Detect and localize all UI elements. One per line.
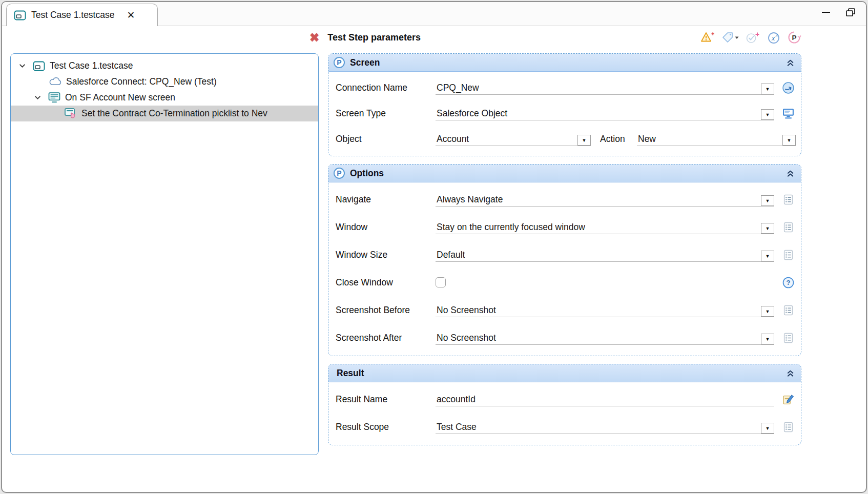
help-icon[interactable]: ?: [780, 277, 796, 289]
screen-icon: [48, 92, 61, 103]
dropdown-arrow-icon[interactable]: ▼: [761, 84, 774, 94]
collapse-section-icon[interactable]: [786, 169, 795, 178]
section-title: Screen: [350, 57, 380, 68]
svg-text:x: x: [771, 34, 775, 42]
monitor-icon[interactable]: [780, 108, 796, 119]
connection-icon[interactable]: [780, 81, 796, 94]
window-combo[interactable]: Stay on the currently focused window ▼: [436, 220, 774, 234]
variable-icon[interactable]: x3: [767, 31, 781, 44]
tree-item-testcase[interactable]: Test Case 1.testcase: [11, 58, 318, 74]
field-connection-name: Connection Name CPQ_New ▼: [328, 75, 801, 100]
field-window: Window Stay on the currently focused win…: [328, 213, 801, 241]
tree-item-salesforce-connect[interactable]: Salesforce Connect: CPQ_New (Test): [11, 74, 318, 90]
action-combo[interactable]: New ▼: [637, 132, 796, 146]
field-label: Window Size: [336, 250, 436, 260]
test-steps-tree: Test Case 1.testcase Salesforce Connect:…: [10, 53, 319, 455]
collapse-section-icon[interactable]: [786, 369, 795, 378]
tree-item-screen[interactable]: On SF Account New screen: [11, 90, 318, 106]
tag-dropdown-caret-icon: [735, 37, 739, 39]
field-label: Close Window: [336, 277, 436, 288]
params-title: Test Step parameters: [327, 32, 421, 43]
app-window: Test Case 1.testcase ✕ ✖ Test Step param…: [1, 1, 867, 493]
window-controls: [821, 8, 856, 17]
provar-p-icon[interactable]: P: [788, 31, 801, 44]
maximize-icon[interactable]: [845, 8, 856, 17]
list-icon[interactable]: [780, 222, 796, 233]
section-title: Result: [337, 368, 364, 379]
cloud-icon: [49, 77, 62, 87]
field-label: Action: [600, 134, 637, 145]
result-name-input[interactable]: accountId: [436, 392, 774, 406]
chevron-down-icon[interactable]: [32, 94, 43, 101]
close-window-checkbox[interactable]: [436, 277, 446, 287]
tree-item-set-picklist-step[interactable]: Set the Contract Co-Termination picklist…: [11, 106, 318, 121]
result-scope-combo[interactable]: Test Case ▼: [436, 420, 774, 434]
chevron-down-icon[interactable]: [17, 62, 27, 70]
window-size-combo[interactable]: Default ▼: [436, 248, 774, 262]
field-label: Result Scope: [336, 422, 436, 433]
object-combo[interactable]: Account ▼: [436, 132, 591, 146]
field-screen-type: Screen Type Salesforce Object ▼: [328, 100, 801, 126]
dropdown-arrow-icon[interactable]: ▼: [761, 306, 774, 317]
field-label: Screenshot Before: [336, 305, 436, 316]
section-title: Options: [350, 168, 384, 179]
tree-item-label: Test Case 1.testcase: [50, 60, 133, 71]
screenshot-before-combo[interactable]: No Screenshot ▼: [436, 303, 774, 317]
list-icon[interactable]: [780, 333, 796, 343]
editor-tabbar: Test Case 1.testcase ✕: [2, 2, 866, 26]
svg-text:P: P: [792, 34, 796, 42]
section-result: Result Result Name accountId Result Scop…: [328, 364, 801, 445]
dropdown-arrow-icon[interactable]: ▼: [761, 223, 774, 234]
dropdown-arrow-icon[interactable]: ▼: [577, 135, 591, 146]
field-label: Screenshot After: [336, 333, 436, 343]
section-screen-header[interactable]: P Screen: [328, 54, 801, 72]
tab-close-icon[interactable]: ✕: [127, 9, 135, 21]
field-label: Result Name: [336, 394, 436, 405]
connection-name-combo[interactable]: CPQ_New ▼: [436, 80, 774, 95]
dropdown-arrow-icon[interactable]: ▼: [761, 251, 774, 261]
field-label: Window: [336, 222, 436, 233]
tree-item-label: Set the Contract Co-Termination picklist…: [81, 108, 267, 119]
list-icon[interactable]: [780, 305, 796, 316]
field-navigate: Navigate Always Navigate ▼: [328, 186, 801, 213]
minimize-icon[interactable]: [821, 8, 831, 16]
screen-type-combo[interactable]: Salesforce Object ▼: [436, 106, 774, 120]
field-screenshot-before: Screenshot Before No Screenshot ▼: [328, 296, 801, 324]
list-icon[interactable]: [780, 250, 796, 260]
field-window-size: Window Size Default ▼: [328, 241, 801, 269]
add-check-icon[interactable]: [746, 31, 760, 44]
svg-text:?: ?: [786, 279, 790, 286]
list-icon[interactable]: [780, 422, 796, 433]
field-result-name: Result Name accountId: [328, 385, 801, 413]
dropdown-arrow-icon[interactable]: ▼: [761, 195, 774, 206]
provar-badge-icon: P: [334, 57, 345, 68]
dropdown-arrow-icon[interactable]: ▼: [761, 334, 774, 344]
section-result-header[interactable]: Result: [328, 364, 801, 382]
delete-test-step-icon[interactable]: ✖: [309, 32, 319, 44]
section-options-header[interactable]: P Options: [328, 164, 801, 182]
screenshot-after-combo[interactable]: No Screenshot ▼: [436, 331, 774, 345]
collapse-section-icon[interactable]: [786, 58, 795, 67]
tree-item-label: Salesforce Connect: CPQ_New (Test): [66, 76, 217, 87]
params-panel: P Screen Connection Name CPQ_New ▼: [328, 53, 801, 453]
testcase-icon: [32, 61, 46, 71]
field-screenshot-after: Screenshot After No Screenshot ▼: [328, 324, 801, 352]
field-object-action: Object Account ▼ Action New ▼: [328, 126, 801, 152]
edit-result-icon[interactable]: [780, 394, 796, 405]
field-label: Screen Type: [336, 108, 436, 119]
add-warning-icon[interactable]: [700, 31, 715, 44]
tag-icon[interactable]: [721, 31, 739, 44]
dropdown-arrow-icon[interactable]: ▼: [782, 135, 796, 146]
dropdown-arrow-icon[interactable]: ▼: [761, 109, 774, 120]
dropdown-arrow-icon[interactable]: ▼: [761, 423, 774, 434]
field-label: Navigate: [336, 194, 436, 205]
testcase-icon: [14, 10, 26, 20]
list-icon[interactable]: [780, 194, 796, 205]
tab-title: Test Case 1.testcase: [31, 10, 114, 20]
field-label: Object: [336, 134, 436, 145]
tab-test-case[interactable]: Test Case 1.testcase ✕: [6, 4, 158, 26]
field-close-window: Close Window ?: [328, 269, 801, 296]
provar-badge-icon: P: [334, 168, 345, 179]
navigate-combo[interactable]: Always Navigate ▼: [436, 192, 774, 207]
section-screen: P Screen Connection Name CPQ_New ▼: [328, 53, 801, 156]
